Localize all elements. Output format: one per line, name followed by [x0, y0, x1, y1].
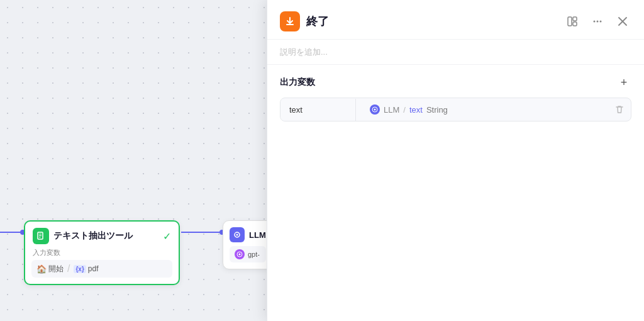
variable-source: LLM [384, 105, 399, 115]
node-body: 入力変数 🏠 開始 / {x} pdf [25, 248, 179, 284]
description-placeholder: 説明を追加... [280, 47, 328, 57]
node-llm-sub-row: gpt- [230, 246, 266, 262]
add-variable-button[interactable]: + [616, 75, 631, 90]
panel: 終了 [267, 0, 644, 321]
text-extract-icon [33, 228, 49, 244]
variable-name: text [280, 99, 356, 121]
svg-rect-10 [573, 17, 577, 21]
variable-type: String [426, 105, 448, 115]
connector-middle [181, 232, 224, 233]
panel-header: 終了 [267, 0, 644, 40]
node-check-icon: ✓ [163, 230, 171, 242]
var-icon: {x} [74, 265, 86, 273]
variable-value: LLM / text String [361, 98, 603, 121]
variable-highlight: text [409, 105, 423, 115]
add-icon: + [621, 76, 628, 89]
panel-title: 終了 [306, 14, 329, 29]
svg-rect-9 [568, 17, 572, 26]
svg-point-7 [239, 254, 241, 256]
svg-point-13 [597, 21, 599, 23]
svg-rect-11 [573, 22, 577, 26]
node-header: テキスト抽出ツール ✓ [25, 222, 179, 248]
node-llm-sub: gpt- [223, 246, 272, 269]
variable-row: text LLM / text String [280, 98, 631, 121]
svg-point-14 [600, 21, 602, 23]
node-llm-header: LLM [223, 221, 272, 246]
layout-button[interactable] [564, 13, 581, 30]
panel-title-row: 終了 [280, 11, 329, 31]
llm-sub-label: gpt- [248, 251, 260, 258]
close-button[interactable] [614, 13, 631, 30]
panel-actions [564, 13, 631, 30]
node-llm-title: LLM [249, 230, 266, 240]
tag-pdf-label: pdf [88, 264, 99, 273]
variable-sep: / [403, 105, 406, 115]
panel-body: 出力変数 + text LLM / text String [267, 65, 644, 321]
source-icon [370, 104, 380, 115]
output-section-header: 出力変数 + [280, 75, 631, 90]
start-icon: 🏠 [36, 264, 47, 274]
output-section-title: 出力変数 [280, 77, 315, 88]
tag-separator: / [67, 263, 70, 274]
node-title-row: テキスト抽出ツール [33, 228, 133, 244]
llm-icon [230, 227, 245, 242]
svg-point-18 [374, 109, 376, 111]
panel-end-icon [280, 11, 300, 31]
svg-point-5 [236, 234, 238, 236]
node-text-extract[interactable]: テキスト抽出ツール ✓ 入力変数 🏠 開始 / {x} pdf [24, 220, 180, 285]
llm-sub-icon [235, 249, 245, 259]
more-button[interactable] [589, 13, 606, 30]
delete-variable-button[interactable] [608, 98, 631, 121]
panel-description-area[interactable]: 説明を追加... [267, 40, 644, 65]
node-section-label: 入力変数 [31, 248, 172, 257]
tag-start-label: 開始 [48, 264, 64, 274]
node-llm[interactable]: LLM gpt- [223, 220, 273, 269]
svg-point-12 [594, 21, 596, 23]
tag-pdf: {x} pdf [74, 264, 98, 273]
tag-start: 🏠 開始 [36, 264, 64, 274]
node-text-extract-title: テキスト抽出ツール [53, 230, 133, 242]
node-tags: 🏠 開始 / {x} pdf [31, 260, 172, 278]
